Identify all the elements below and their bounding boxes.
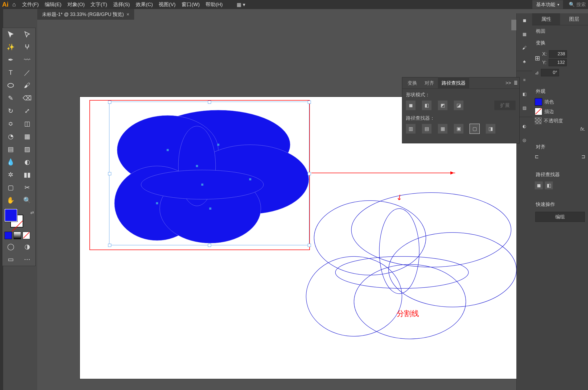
- scale-tool[interactable]: ⤢: [19, 105, 35, 117]
- tab-close-icon[interactable]: ×: [126, 12, 129, 17]
- opacity-swatch[interactable]: [535, 117, 542, 124]
- fill-swatch[interactable]: [5, 209, 17, 222]
- slice-tool[interactable]: ✂: [19, 181, 35, 194]
- menu-object[interactable]: 对象(O): [67, 1, 85, 8]
- lasso-tool[interactable]: ⵖ: [19, 41, 35, 53]
- workspace-switcher[interactable]: 基本功能 ▾: [532, 0, 563, 9]
- shape-mode-unite[interactable]: ◼: [406, 101, 416, 110]
- arrange-docs-icon[interactable]: ▦ ▾: [237, 2, 245, 8]
- right-panel-strip: ◼ ▦ 🖌 ♣ ≡ ◧ ▨ ◐ ◎: [516, 13, 532, 390]
- panel-icon-color[interactable]: ◼: [517, 13, 532, 27]
- menu-effect[interactable]: 效果(C): [136, 1, 153, 8]
- rotate-tool[interactable]: ↻: [2, 105, 19, 117]
- menu-edit[interactable]: 编辑(E): [45, 1, 61, 8]
- panel-tab-align[interactable]: 对齐: [421, 80, 438, 86]
- color-mode-none[interactable]: [23, 232, 30, 239]
- color-mode-gradient[interactable]: [14, 232, 21, 239]
- fill-stroke-swatch[interactable]: [4, 208, 19, 224]
- y-field[interactable]: 132: [549, 59, 567, 66]
- draw-mode-normal[interactable]: ◯: [2, 240, 19, 253]
- blend-tool[interactable]: ◐: [19, 156, 35, 168]
- pathfinder-crop[interactable]: ▣: [454, 124, 463, 134]
- ellipse-group-outlines[interactable]: [282, 182, 516, 352]
- prop-pathfinder-minus[interactable]: ◧: [545, 181, 553, 189]
- free-transform-tool[interactable]: ◫: [19, 117, 35, 130]
- graph-tool[interactable]: ▮▮: [19, 168, 35, 181]
- menu-type[interactable]: 文字(T): [91, 1, 107, 8]
- prop-pathfinder-unite[interactable]: ◼: [535, 181, 543, 189]
- paintbrush-tool[interactable]: 🖌: [19, 79, 35, 92]
- artboard-tool[interactable]: ▢: [2, 181, 19, 194]
- panel-collapse-icon[interactable]: >>: [505, 80, 511, 86]
- menu-help[interactable]: 帮助(H): [205, 1, 223, 8]
- pathfinder-minus-back[interactable]: ◨: [486, 124, 495, 134]
- x-field[interactable]: 238: [549, 50, 567, 58]
- shape-mode-intersect[interactable]: ◩: [438, 101, 447, 110]
- magic-wand-tool[interactable]: ✨: [2, 41, 19, 53]
- pathfinder-panel[interactable]: 变换 对齐 路径查找器 >> ≣ 形状模式： ◼ ◧ ◩ ◪ 扩展 路径查找器：…: [402, 77, 520, 143]
- menu-view[interactable]: 视图(V): [159, 1, 175, 8]
- angle-field[interactable]: 0°: [541, 69, 559, 76]
- shape-mode-minus-front[interactable]: ◧: [422, 101, 431, 110]
- panel-icon-swatches[interactable]: ▦: [517, 27, 532, 41]
- edit-toolbar[interactable]: ⋯: [19, 253, 35, 266]
- menu-window[interactable]: 窗口(W): [182, 1, 200, 8]
- quick-group-button[interactable]: 编组: [535, 212, 585, 222]
- line-tool[interactable]: ／: [19, 66, 35, 79]
- screen-mode[interactable]: ▭: [2, 253, 19, 266]
- gradient-tool[interactable]: ▨: [19, 143, 35, 156]
- svg-point-21: [335, 256, 468, 288]
- home-icon[interactable]: ⌂: [12, 1, 16, 8]
- fx-button[interactable]: fx.: [580, 126, 585, 132]
- svg-point-0: [8, 83, 14, 87]
- tab-properties[interactable]: 属性: [532, 13, 560, 25]
- direct-selection-tool[interactable]: [19, 28, 35, 41]
- shaper-tool[interactable]: ✎: [2, 92, 19, 105]
- panel-menu-icon[interactable]: ≣: [514, 80, 518, 86]
- panel-tab-transform[interactable]: 变换: [404, 80, 421, 86]
- canvas-area[interactable]: ↘ 分割线: [37, 20, 517, 390]
- stroke-color-swatch[interactable]: [535, 108, 542, 115]
- opacity-label: 不透明度: [544, 118, 563, 124]
- menu-file[interactable]: 文件(F): [22, 1, 39, 8]
- align-left-icon[interactable]: ⊏: [535, 154, 539, 160]
- curvature-tool[interactable]: 〰: [19, 53, 35, 66]
- width-tool[interactable]: ≎: [2, 117, 19, 130]
- swap-fill-stroke-icon[interactable]: ⇄: [30, 210, 34, 215]
- menu-select[interactable]: 选择(S): [113, 1, 130, 8]
- color-mode-solid[interactable]: [5, 232, 12, 239]
- eyedropper-tool[interactable]: 💧: [2, 156, 19, 168]
- pathfinder-trim[interactable]: ▤: [422, 124, 431, 134]
- pen-tool[interactable]: ✒: [2, 53, 19, 66]
- draw-mode-behind[interactable]: ◑: [19, 240, 35, 253]
- zoom-tool[interactable]: 🔍: [19, 194, 35, 207]
- selection-type-label: 椭圆: [532, 25, 588, 37]
- hand-tool[interactable]: ✋: [2, 194, 19, 207]
- pathfinder-divide[interactable]: ▥: [406, 124, 416, 134]
- panel-tab-pathfinder[interactable]: 路径查找器: [438, 77, 469, 89]
- pathfinder-panel-tabs: 变换 对齐 路径查找器 >> ≣: [402, 77, 519, 89]
- mesh-tool[interactable]: ▤: [2, 143, 19, 156]
- panel-icon-symbols[interactable]: ♣: [517, 55, 532, 69]
- selection-bounding-box[interactable]: [109, 102, 309, 245]
- symbol-sprayer-tool[interactable]: ✲: [2, 168, 19, 181]
- shape-mode-exclude[interactable]: ◪: [454, 101, 463, 110]
- shape-mode-expand-button: 扩展: [494, 101, 516, 110]
- document-tab[interactable]: 未标题-1* @ 33.33% (RGB/GPU 预览) ×: [37, 9, 134, 20]
- fill-color-swatch[interactable]: [535, 98, 542, 106]
- pathfinder-outline[interactable]: ▢: [470, 124, 479, 134]
- align-right-icon[interactable]: ⊐: [581, 154, 585, 160]
- search-box[interactable]: 🔍 搜索: [569, 1, 586, 8]
- scrollbar-vertical[interactable]: [511, 20, 517, 30]
- document-tab-bar: 未标题-1* @ 33.33% (RGB/GPU 预览) ×: [37, 9, 588, 20]
- pathfinder-merge[interactable]: ▦: [438, 124, 447, 134]
- shape-builder-tool[interactable]: ◔: [2, 130, 19, 143]
- tab-layers[interactable]: 图层: [560, 13, 588, 25]
- perspective-tool[interactable]: ▦: [19, 130, 35, 143]
- type-tool[interactable]: T: [2, 66, 19, 79]
- svg-point-17: [389, 233, 516, 307]
- panel-icon-brushes[interactable]: 🖌: [517, 41, 532, 55]
- selection-tool[interactable]: [2, 28, 19, 41]
- eraser-tool[interactable]: ⌫: [19, 92, 35, 105]
- ellipse-tool[interactable]: [2, 79, 19, 92]
